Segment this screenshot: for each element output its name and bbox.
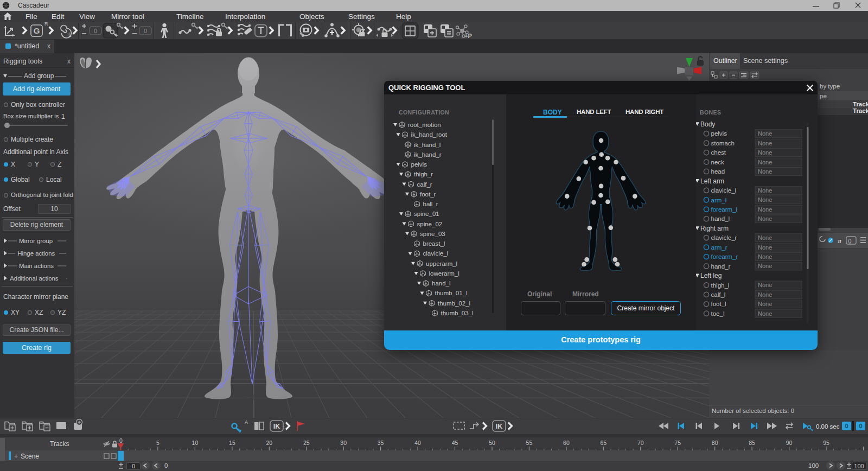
svg-text:None: None xyxy=(758,253,772,260)
svg-text:clavicle_l: clavicle_l xyxy=(423,250,449,257)
svg-text:60: 60 xyxy=(563,440,570,446)
svg-text:Left leg: Left leg xyxy=(700,272,722,279)
svg-text:arm_r: arm_r xyxy=(711,244,727,251)
svg-text:45: 45 xyxy=(452,440,458,446)
svg-text:0: 0 xyxy=(94,28,97,34)
svg-text:thumb_03_l: thumb_03_l xyxy=(441,310,474,316)
svg-text:+P: +P xyxy=(464,33,472,39)
svg-text:None: None xyxy=(758,234,772,241)
svg-text:None: None xyxy=(758,310,772,317)
svg-text:G: G xyxy=(34,26,40,35)
svg-text:35: 35 xyxy=(378,440,384,446)
svg-text:Body: Body xyxy=(700,120,715,128)
svg-text:A: A xyxy=(245,419,248,425)
svg-text:thumb_02_l: thumb_02_l xyxy=(438,300,470,307)
svg-text:15: 15 xyxy=(229,440,235,446)
svg-text:lowerarm_l: lowerarm_l xyxy=(429,270,459,277)
svg-text:thigh_r: thigh_r xyxy=(414,171,433,177)
svg-text:arm_l: arm_l xyxy=(711,197,727,203)
svg-text:root_motion: root_motion xyxy=(408,122,441,128)
svg-text:R: R xyxy=(44,21,48,27)
svg-text:IK: IK xyxy=(273,423,280,430)
svg-text:spine_03: spine_03 xyxy=(420,231,445,237)
svg-text:pelvis: pelvis xyxy=(711,130,727,137)
svg-text:foot_l: foot_l xyxy=(711,301,726,307)
svg-text:calf_r: calf_r xyxy=(417,181,432,188)
svg-text:90: 90 xyxy=(786,440,793,446)
svg-text:foot_r: foot_r xyxy=(420,191,436,198)
svg-text:L: L xyxy=(68,32,72,38)
svg-text:thigh_l: thigh_l xyxy=(711,282,730,289)
svg-text:ik_hand_l: ik_hand_l xyxy=(414,142,441,148)
svg-text:breast_l: breast_l xyxy=(423,240,445,247)
svg-text:chest: chest xyxy=(711,149,726,156)
svg-text:0.00 sec: 0.00 sec xyxy=(816,423,840,430)
svg-text:spine_01: spine_01 xyxy=(414,211,439,217)
svg-text:stomach: stomach xyxy=(711,140,735,147)
svg-text:neck: neck xyxy=(711,159,725,166)
svg-text:None: None xyxy=(758,244,772,251)
svg-text:calf_l: calf_l xyxy=(711,291,726,298)
svg-text:30: 30 xyxy=(340,440,347,446)
svg-text:85: 85 xyxy=(749,440,755,446)
svg-text:〈〉: 〈〉 xyxy=(848,238,852,244)
svg-text:10: 10 xyxy=(192,440,199,446)
svg-text:5: 5 xyxy=(156,440,159,446)
svg-text:Right arm: Right arm xyxy=(700,225,729,232)
svg-text:40: 40 xyxy=(414,440,421,446)
svg-text:π: π xyxy=(838,237,842,245)
svg-text:pelvis: pelvis xyxy=(411,161,427,168)
svg-text:50: 50 xyxy=(489,440,495,446)
svg-text:Left arm: Left arm xyxy=(700,177,724,185)
svg-text:25: 25 xyxy=(303,440,310,446)
svg-text:thumb_01_l: thumb_01_l xyxy=(435,290,468,296)
svg-text:None: None xyxy=(758,282,772,288)
svg-text:None: None xyxy=(758,140,772,147)
svg-text:20: 20 xyxy=(266,440,272,446)
svg-text:ik_hand_r: ik_hand_r xyxy=(414,151,442,158)
svg-text:spine_02: spine_02 xyxy=(417,221,443,227)
svg-text:IK: IK xyxy=(496,423,503,430)
svg-text:95: 95 xyxy=(823,440,829,446)
svg-text:None: None xyxy=(758,301,772,307)
svg-text:None: None xyxy=(758,196,772,203)
svg-text:None: None xyxy=(758,215,772,222)
svg-text:65: 65 xyxy=(600,440,607,446)
svg-text:forearm_r: forearm_r xyxy=(711,253,738,260)
svg-text:forearm_l: forearm_l xyxy=(711,206,738,213)
svg-text:70: 70 xyxy=(637,440,644,446)
svg-text:0: 0 xyxy=(144,28,147,34)
svg-text:None: None xyxy=(758,168,772,175)
svg-text:None: None xyxy=(758,291,772,298)
svg-text:ik_hand_root: ik_hand_root xyxy=(411,131,448,138)
svg-text:None: None xyxy=(758,206,772,213)
svg-text:None: None xyxy=(758,263,772,269)
svg-text:toe_l: toe_l xyxy=(711,310,725,317)
svg-text:None: None xyxy=(758,187,772,194)
svg-text:hand_l: hand_l xyxy=(711,215,730,222)
svg-text:None: None xyxy=(758,149,772,156)
svg-text:head: head xyxy=(711,168,725,175)
svg-text:0: 0 xyxy=(119,437,123,444)
svg-text:clavicle_l: clavicle_l xyxy=(711,187,737,194)
svg-text:None: None xyxy=(758,159,772,166)
svg-text:55: 55 xyxy=(526,440,533,446)
svg-text:ball_r: ball_r xyxy=(423,201,438,207)
svg-text:hand_r: hand_r xyxy=(711,263,731,270)
svg-text:None: None xyxy=(758,130,772,137)
svg-text:upperarm_l: upperarm_l xyxy=(426,260,457,267)
svg-text:hand_l: hand_l xyxy=(432,280,451,287)
svg-text:75: 75 xyxy=(674,440,681,446)
svg-text:80: 80 xyxy=(712,440,718,446)
svg-text:clavicle_r: clavicle_r xyxy=(711,234,737,241)
